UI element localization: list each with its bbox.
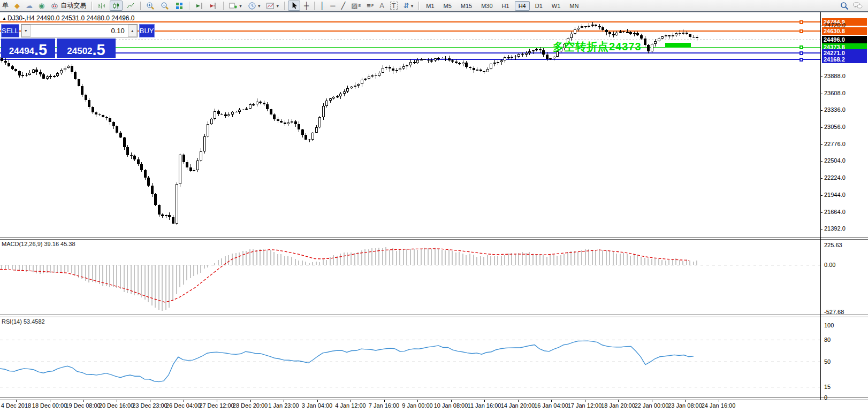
level-line-handle[interactable]	[800, 29, 803, 33]
robot-icon	[50, 2, 59, 10]
price-tick-label: 21392.0	[824, 225, 846, 232]
text-tool[interactable]: A	[377, 1, 386, 11]
time-tick-mark	[685, 400, 686, 402]
templates-button[interactable]: ▾	[264, 1, 281, 11]
buy-button[interactable]: BUY	[139, 24, 155, 37]
autotrading-button[interactable]: 自动交易	[48, 1, 88, 11]
level-line-handle[interactable]	[800, 51, 803, 55]
tab-timeframe-h4[interactable]: H4	[515, 1, 530, 11]
level-line-24373.8[interactable]	[0, 47, 820, 48]
candle	[273, 114, 276, 119]
tile-windows-button[interactable]	[173, 1, 186, 11]
time-label: 4 Dec 2018	[1, 402, 31, 409]
bar-chart-button[interactable]	[95, 1, 108, 11]
periods-button[interactable]: ▾	[246, 1, 263, 11]
news-signal-icon[interactable]: ◉	[36, 1, 47, 11]
macd-indicator-panel[interactable]	[0, 240, 820, 315]
tab-timeframe-d1[interactable]: D1	[531, 1, 546, 11]
tab-timeframe-w1[interactable]: W1	[548, 1, 565, 11]
time-label: 11 Jan 16:00	[468, 402, 501, 409]
candle	[172, 217, 174, 224]
volume-decrease-button[interactable]: ▾	[21, 25, 31, 37]
candle	[179, 155, 181, 184]
level-line-handle[interactable]	[800, 20, 803, 24]
price-tick-label: 21944.0	[824, 192, 846, 198]
auto-scroll-button[interactable]	[193, 1, 205, 11]
candle	[196, 160, 199, 170]
sell-button[interactable]: SELL	[1, 24, 19, 37]
time-tick-mark	[652, 400, 652, 402]
pivot-annotation-text[interactable]: 多空转折点24373	[553, 40, 642, 54]
buy-price[interactable]: 24502.5	[57, 39, 116, 58]
tab-timeframe-m30[interactable]: M30	[477, 1, 496, 11]
horizontal-line-tool[interactable]: ─	[328, 1, 337, 11]
candle	[570, 34, 573, 38]
sell-price[interactable]: 24494.5	[1, 39, 55, 58]
tab-timeframe-mn[interactable]: MN	[566, 1, 582, 11]
volume-input[interactable]	[31, 25, 128, 37]
candle	[354, 86, 356, 87]
candlestick-chart-area[interactable]	[0, 12, 820, 237]
charts-bar-icon[interactable]: ◆	[12, 1, 22, 11]
pivot-annotation-rectangle[interactable]	[665, 43, 691, 48]
line-chart-button[interactable]	[124, 1, 137, 11]
zoom-out-button[interactable]	[158, 1, 171, 11]
level-line-handle[interactable]	[800, 45, 803, 49]
chat-icon[interactable]	[853, 2, 863, 10]
candle	[455, 62, 458, 64]
candle	[92, 107, 94, 112]
cursor-tool-button[interactable]	[288, 1, 300, 11]
tab-timeframe-m5[interactable]: M5	[440, 1, 455, 11]
new-indicator-button[interactable]: ▾	[227, 1, 244, 11]
chart-macd-separator[interactable]	[0, 237, 868, 240]
candle	[483, 71, 485, 72]
zoom-in-button[interactable]	[144, 1, 157, 11]
candle	[78, 79, 80, 86]
candle	[105, 117, 108, 118]
time-label: 14 Jan 20:00	[501, 402, 535, 409]
candle	[346, 88, 349, 91]
price-tick-label: 23336.0	[824, 106, 846, 113]
fibonacci-tool[interactable]: ≡F	[364, 1, 376, 11]
channel-tool[interactable]: ▨E	[349, 1, 363, 11]
macd-signal-line	[0, 240, 820, 315]
tab-timeframe-m1[interactable]: M1	[422, 1, 438, 11]
candle	[473, 68, 475, 70]
profiles-icon[interactable]: ☁	[24, 1, 35, 11]
macd-rsi-separator[interactable]	[0, 315, 868, 317]
chart-shift-button[interactable]	[207, 1, 220, 11]
candle	[462, 63, 465, 64]
tab-timeframe-h1[interactable]: H1	[498, 1, 513, 11]
cloud-icon: ☁	[26, 2, 33, 9]
search-icon[interactable]	[840, 2, 849, 10]
candle	[39, 72, 42, 74]
level-line-24271.0[interactable]	[0, 52, 820, 53]
candle	[214, 111, 216, 119]
candle	[612, 34, 615, 35]
text-label-tool[interactable]: T	[388, 1, 400, 11]
candle	[497, 62, 499, 63]
candle	[532, 50, 535, 51]
arrows-tool[interactable]: ⇵▾	[401, 1, 415, 11]
candle	[528, 51, 531, 53]
vertical-line-icon: │	[320, 2, 324, 9]
candle	[665, 35, 667, 36]
vertical-line-tool[interactable]: │	[318, 1, 326, 11]
rsi-indicator-panel[interactable]	[0, 317, 820, 397]
level-line-handle[interactable]	[800, 58, 803, 62]
toolbar-separator	[140, 2, 141, 10]
candle	[465, 63, 468, 66]
candle-wick	[445, 56, 446, 61]
candle	[133, 156, 136, 159]
price-tag-24496.0: 24496.0	[822, 36, 867, 43]
candle	[416, 60, 419, 63]
price-tick-label: 22224.0	[824, 174, 846, 181]
tab-timeframe-m15[interactable]: M15	[457, 1, 476, 11]
crosshair-tool-button[interactable]: ┼	[302, 1, 311, 11]
new-order-button[interactable]: 单	[0, 1, 11, 11]
candle	[42, 74, 45, 79]
candle	[35, 70, 38, 72]
trendline-tool[interactable]: ╱	[339, 1, 348, 11]
volume-increase-button[interactable]: ▴	[128, 25, 137, 37]
candlestick-chart-button[interactable]	[110, 1, 123, 11]
